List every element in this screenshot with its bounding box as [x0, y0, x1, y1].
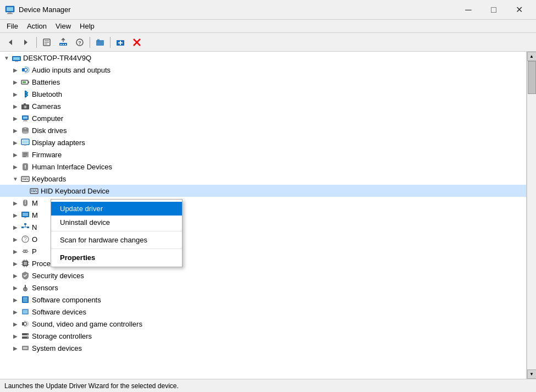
- expand-monitors[interactable]: ▶: [11, 211, 20, 219]
- expand-security[interactable]: ▶: [11, 271, 20, 280]
- cameras-icon: [20, 101, 30, 111]
- tree-item-keyboards[interactable]: ▼ Keyboards: [0, 173, 526, 185]
- expand-processors[interactable]: ▶: [11, 259, 20, 268]
- tree-item-computer[interactable]: ▶ Computer: [0, 112, 526, 124]
- tree-item-software-components[interactable]: ▶ Software components: [0, 294, 526, 306]
- menu-bar: File Action View Help: [0, 20, 536, 33]
- disk-icon: [20, 125, 30, 135]
- toolbar: ?: [0, 33, 536, 52]
- tree-item-security[interactable]: ▶ Security devices: [0, 269, 526, 281]
- storage-icon: [20, 331, 30, 341]
- expand-mice[interactable]: ▶: [11, 198, 20, 207]
- properties-button[interactable]: [39, 35, 54, 49]
- svg-rect-31: [24, 103, 26, 105]
- ctx-sep-2: [51, 249, 182, 249]
- svg-point-49: [25, 168, 26, 169]
- update-driver-button[interactable]: [56, 35, 71, 49]
- ctx-uninstall-device[interactable]: Uninstall device: [51, 216, 182, 229]
- tree-item-disk[interactable]: ▶ Disk drives: [0, 124, 526, 136]
- sound-icon: [20, 319, 30, 329]
- back-button[interactable]: [2, 35, 18, 49]
- tree-item-hid[interactable]: ▶ Human Interface Devices: [0, 161, 526, 173]
- add-hardware-button[interactable]: [113, 35, 128, 49]
- mice-label: M: [32, 199, 38, 207]
- tree-item-firmware[interactable]: ▶ Firmware: [0, 148, 526, 161]
- show-hidden-button[interactable]: [92, 35, 108, 49]
- expand-ports[interactable]: ▶: [11, 247, 20, 256]
- window-controls: ─ □ ✕: [456, 2, 532, 18]
- svg-point-79: [24, 251, 25, 252]
- expand-disk[interactable]: ▶: [11, 126, 20, 135]
- expand-software-components[interactable]: ▶: [11, 295, 20, 304]
- computer-icon: [20, 113, 30, 123]
- tree-item-cameras[interactable]: ▶ Cameras: [0, 100, 526, 112]
- menu-action[interactable]: Action: [23, 21, 51, 31]
- expand-hid[interactable]: ▶: [11, 162, 20, 171]
- close-button[interactable]: ✕: [506, 2, 532, 18]
- expand-software-devices[interactable]: ▶: [11, 307, 20, 316]
- display-icon: [20, 137, 30, 147]
- menu-view[interactable]: View: [51, 21, 75, 31]
- expand-other[interactable]: ▶: [11, 235, 20, 244]
- device-tree[interactable]: ▼ DESKTOP-TR44V9Q ▶ Audio inputs and: [0, 52, 527, 379]
- tree-item-storage[interactable]: ▶ Storage controllers: [0, 330, 526, 342]
- minimize-button[interactable]: ─: [456, 2, 481, 18]
- expand-system[interactable]: ▶: [11, 344, 20, 352]
- tree-item-sound[interactable]: ▶ Sound, video and game controllers: [0, 318, 526, 330]
- tree-item-display[interactable]: ▶ Display adapters: [0, 136, 526, 148]
- software-components-label: Software components: [32, 296, 101, 304]
- svg-rect-70: [24, 223, 26, 225]
- scroll-thumb[interactable]: [528, 61, 536, 94]
- help-button[interactable]: ?: [72, 35, 87, 49]
- expand-sound[interactable]: ▶: [11, 319, 20, 328]
- scrollbar[interactable]: ▲ ▼: [527, 52, 536, 379]
- expand-bluetooth[interactable]: ▶: [11, 90, 20, 98]
- tree-item-system[interactable]: ▶ System devices: [0, 342, 526, 354]
- expand-storage[interactable]: ▶: [11, 332, 20, 340]
- status-bar: Launches the Update Driver Wizard for th…: [0, 379, 536, 392]
- svg-point-39: [24, 128, 26, 129]
- scroll-up-button[interactable]: ▲: [527, 52, 537, 61]
- ctx-update-driver[interactable]: Update driver: [51, 202, 182, 216]
- expand-cameras[interactable]: ▶: [11, 102, 20, 111]
- svg-rect-69: [24, 217, 26, 218]
- tree-item-hid-keyboard[interactable]: ▶ HID Keyboard Device: [0, 185, 526, 197]
- svg-rect-109: [23, 347, 27, 349]
- remove-button[interactable]: [129, 35, 145, 49]
- tree-item-audio[interactable]: ▶ Audio inputs and outputs: [0, 64, 526, 76]
- svg-rect-53: [26, 178, 27, 179]
- svg-point-38: [22, 131, 29, 134]
- tree-item-bluetooth[interactable]: ▶ Bluetooth: [0, 88, 526, 100]
- firmware-label: Firmware: [32, 151, 62, 159]
- keyboard-icon: [20, 174, 30, 184]
- ports-icon: [20, 246, 30, 256]
- expand-firmware[interactable]: ▶: [11, 150, 20, 159]
- expand-audio[interactable]: ▶: [11, 65, 20, 74]
- expand-root[interactable]: ▼: [2, 53, 11, 62]
- maximize-button[interactable]: □: [481, 2, 506, 18]
- scroll-down-button[interactable]: ▼: [527, 369, 537, 379]
- expand-computer[interactable]: ▶: [11, 114, 20, 123]
- monitors-icon: [20, 210, 30, 220]
- expand-sensors[interactable]: ▶: [11, 283, 20, 292]
- expand-batteries[interactable]: ▶: [11, 78, 20, 86]
- tree-item-batteries[interactable]: ▶ Batteries: [0, 76, 526, 88]
- menu-file[interactable]: File: [2, 21, 23, 31]
- expand-display[interactable]: ▶: [11, 138, 20, 147]
- forward-button[interactable]: [19, 35, 34, 49]
- expand-network[interactable]: ▶: [11, 223, 20, 231]
- toolbar-sep-2: [90, 37, 90, 48]
- ctx-scan-hardware[interactable]: Scan for hardware changes: [51, 233, 182, 247]
- menu-help[interactable]: Help: [75, 21, 99, 31]
- tree-item-software-devices[interactable]: ▶ Software devices: [0, 306, 526, 318]
- svg-rect-62: [33, 191, 35, 192]
- svg-text:?: ?: [78, 40, 81, 46]
- svg-rect-23: [15, 61, 18, 62]
- svg-rect-102: [23, 310, 27, 313]
- tree-item-root[interactable]: ▼ DESKTOP-TR44V9Q: [0, 52, 526, 64]
- ctx-properties[interactable]: Properties: [51, 251, 182, 264]
- tree-item-sensors[interactable]: ▶ Sensors: [0, 281, 526, 294]
- expand-keyboards[interactable]: ▼: [11, 174, 20, 183]
- svg-rect-52: [25, 178, 26, 179]
- scroll-track[interactable]: [527, 61, 536, 369]
